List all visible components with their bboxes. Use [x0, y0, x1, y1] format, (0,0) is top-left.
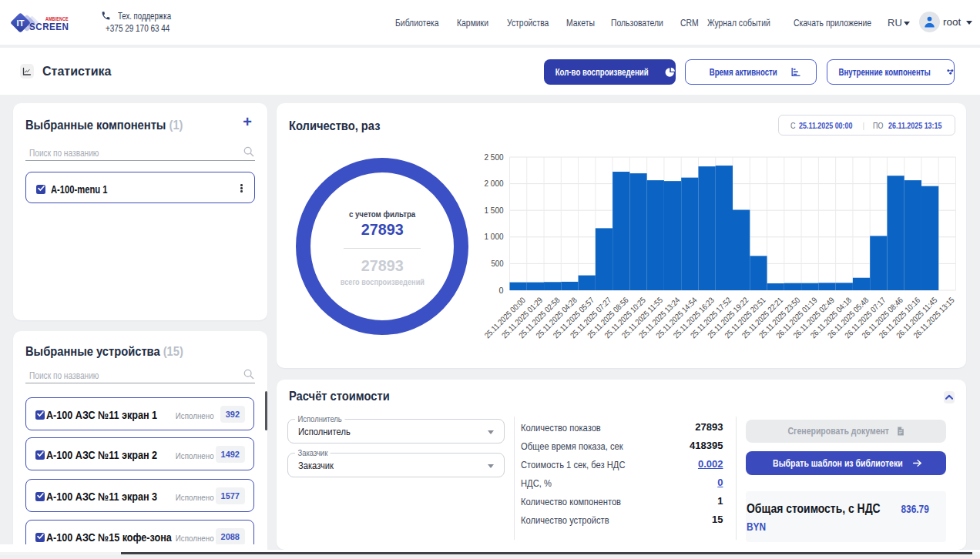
svg-text:1 500: 1 500: [484, 206, 503, 215]
svg-text:500: 500: [491, 259, 503, 268]
svg-text:2 000: 2 000: [484, 179, 503, 188]
svg-text:2 500: 2 500: [484, 152, 503, 162]
svg-text:0: 0: [498, 286, 503, 295]
svg-text:1 000: 1 000: [484, 232, 503, 241]
